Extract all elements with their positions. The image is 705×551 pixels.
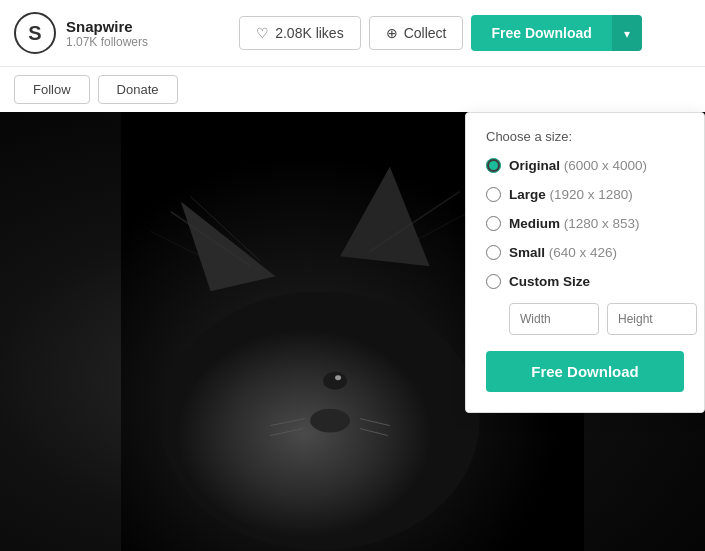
- brand-name: Snapwire: [66, 18, 148, 35]
- main-area: Choose a size: Original (6000 x 4000) La…: [0, 112, 705, 551]
- brand-followers: 1.07K followers: [66, 35, 148, 49]
- collect-button[interactable]: Collect: [369, 16, 464, 50]
- size-label-small: Small (640 x 426): [509, 245, 617, 260]
- brand-section: S Snapwire 1.07K followers: [14, 12, 174, 54]
- height-input[interactable]: [607, 303, 697, 335]
- size-option-custom[interactable]: Custom Size: [486, 274, 684, 289]
- svg-point-9: [323, 372, 347, 390]
- header: S Snapwire 1.07K followers 2.08K likes C…: [0, 0, 705, 67]
- size-label-large: Large (1920 x 1280): [509, 187, 633, 202]
- brand-info: Snapwire 1.07K followers: [66, 18, 148, 49]
- svg-point-10: [335, 375, 341, 380]
- caret-down-icon: [624, 26, 630, 41]
- size-radio-medium[interactable]: [486, 216, 501, 231]
- action-buttons: 2.08K likes Collect Free Download: [190, 15, 691, 51]
- size-radio-large[interactable]: [486, 187, 501, 202]
- size-radio-custom[interactable]: [486, 274, 501, 289]
- plus-circle-icon: [386, 25, 398, 41]
- collect-label: Collect: [404, 25, 447, 41]
- likes-button[interactable]: 2.08K likes: [239, 16, 360, 50]
- download-caret-button[interactable]: [612, 15, 642, 51]
- download-button-group: Free Download: [471, 15, 641, 51]
- size-label-medium: Medium (1280 x 853): [509, 216, 640, 231]
- size-option-original[interactable]: Original (6000 x 4000): [486, 158, 684, 173]
- size-label-original: Original (6000 x 4000): [509, 158, 647, 173]
- size-radio-small[interactable]: [486, 245, 501, 260]
- custom-size-inputs: [509, 303, 684, 335]
- size-option-small[interactable]: Small (640 x 426): [486, 245, 684, 260]
- donate-button[interactable]: Donate: [98, 75, 178, 104]
- dropdown-title: Choose a size:: [486, 129, 684, 144]
- likes-label: 2.08K likes: [275, 25, 343, 41]
- size-label-custom: Custom Size: [509, 274, 590, 289]
- heart-icon: [256, 25, 269, 41]
- free-download-button[interactable]: Free Download: [471, 15, 611, 51]
- size-option-medium[interactable]: Medium (1280 x 853): [486, 216, 684, 231]
- size-dropdown-panel: Choose a size: Original (6000 x 4000) La…: [465, 112, 705, 413]
- svg-point-11: [310, 409, 350, 433]
- size-option-large[interactable]: Large (1920 x 1280): [486, 187, 684, 202]
- follow-button[interactable]: Follow: [14, 75, 90, 104]
- sub-buttons-row: Follow Donate: [0, 67, 705, 112]
- size-radio-original[interactable]: [486, 158, 501, 173]
- width-input[interactable]: [509, 303, 599, 335]
- download-size-button[interactable]: Free Download: [486, 351, 684, 392]
- brand-logo: S: [14, 12, 56, 54]
